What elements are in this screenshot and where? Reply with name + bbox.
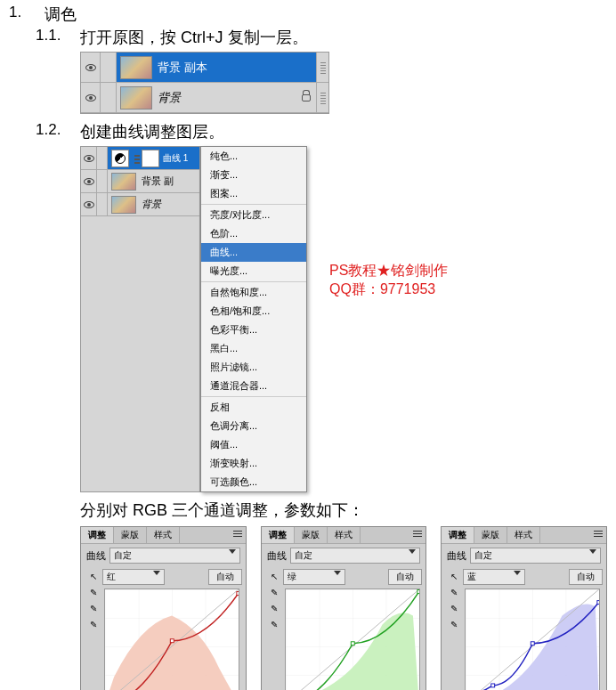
- step-text: 分别对 RGB 三个通道调整，参数如下：: [80, 499, 607, 521]
- channel-select[interactable]: 蓝: [463, 569, 525, 585]
- curves-panel-blue: 调整 蒙版 样式 曲线 自定 ↖ ✎ ✎ ✎ 蓝 自动: [441, 526, 607, 690]
- eyedropper-white[interactable]: ✎: [86, 617, 101, 631]
- tab-style[interactable]: 样式: [147, 527, 180, 543]
- visibility-icon[interactable]: [85, 94, 96, 101]
- hamburger-icon: [413, 530, 422, 537]
- eyedropper-white[interactable]: ✎: [447, 617, 461, 631]
- layer-thumb: [120, 56, 152, 79]
- menu-item[interactable]: 亮度/对比度...: [201, 206, 306, 224]
- svg-rect-8: [351, 642, 354, 645]
- eyedropper-black[interactable]: ✎: [447, 585, 461, 599]
- menu-item[interactable]: 渐变映射...: [201, 454, 306, 473]
- layers-panel: 背景 副本 背景: [80, 52, 329, 114]
- menu-separator: [201, 396, 306, 397]
- layer-row-bg[interactable]: 背景: [81, 83, 328, 113]
- menu-item[interactable]: 色彩平衡...: [201, 321, 306, 339]
- menu-item[interactable]: 曲线...: [201, 243, 306, 262]
- layer-row-copy[interactable]: 背景 副本: [81, 53, 328, 83]
- layer-thumb: [111, 196, 136, 214]
- visibility-icon[interactable]: [84, 201, 94, 208]
- svg-rect-9: [417, 590, 419, 594]
- menu-item[interactable]: 反相: [201, 398, 306, 417]
- layer-name: 背景: [158, 90, 302, 106]
- layer-row[interactable]: 背景: [81, 193, 199, 216]
- on-image-tool[interactable]: ↖: [447, 569, 461, 583]
- layer-row[interactable]: 背景 副: [81, 170, 199, 193]
- layer-name: 曲线 1: [163, 152, 199, 165]
- eyedropper-white[interactable]: ✎: [267, 617, 281, 631]
- menu-item[interactable]: 色调分离...: [201, 417, 306, 435]
- svg-rect-3: [170, 639, 174, 643]
- tab-adjust[interactable]: 调整: [262, 527, 295, 543]
- eyedropper-black[interactable]: ✎: [267, 585, 281, 599]
- menu-item[interactable]: 图案...: [201, 184, 306, 203]
- tab-style[interactable]: 样式: [507, 527, 540, 543]
- watermark-text: PS教程★铭剑制作 QQ群：9771953: [329, 262, 448, 299]
- menu-item[interactable]: 黑白...: [201, 339, 306, 358]
- tab-adjust[interactable]: 调整: [81, 527, 114, 543]
- menu-item[interactable]: 曝光度...: [201, 262, 306, 280]
- curves-graph[interactable]: [285, 589, 420, 690]
- eyedropper-gray[interactable]: ✎: [86, 601, 101, 615]
- eyedropper-black[interactable]: ✎: [86, 585, 101, 599]
- curves-graph[interactable]: [465, 589, 600, 690]
- section-title: 调色: [45, 4, 77, 25]
- menu-item[interactable]: 通道混合器...: [201, 377, 306, 395]
- menu-item[interactable]: 可选颜色...: [201, 473, 306, 491]
- tab-style[interactable]: 样式: [328, 527, 361, 543]
- auto-button[interactable]: 自动: [388, 569, 422, 585]
- on-image-tool[interactable]: ↖: [267, 569, 281, 583]
- preset-select[interactable]: 自定: [290, 548, 421, 564]
- chevron-down-icon: [229, 549, 236, 554]
- chevron-down-icon: [334, 571, 341, 575]
- step-text: 打开原图，按 Ctrl+J 复制一层。: [80, 27, 308, 48]
- menu-item[interactable]: 照片滤镜...: [201, 358, 306, 377]
- menu-separator: [201, 281, 306, 282]
- menu-separator: [201, 204, 306, 205]
- preset-label: 曲线: [447, 549, 466, 563]
- visibility-icon[interactable]: [84, 178, 94, 185]
- auto-button[interactable]: 自动: [208, 569, 242, 585]
- layers-panel-small: 曲线 1 背景 副 背景: [80, 146, 200, 492]
- chevron-down-icon: [514, 571, 521, 575]
- hamburger-icon: [233, 530, 242, 537]
- on-image-tool[interactable]: ↖: [86, 569, 101, 583]
- visibility-icon[interactable]: [84, 155, 94, 162]
- layer-thumb: [120, 86, 152, 110]
- layer-row-curves[interactable]: 曲线 1: [81, 147, 199, 170]
- menu-item[interactable]: 渐变...: [201, 166, 306, 184]
- tab-mask[interactable]: 蒙版: [474, 527, 507, 543]
- menu-item[interactable]: 自然饱和度...: [201, 283, 306, 302]
- preset-label: 曲线: [86, 549, 106, 563]
- menu-item[interactable]: 色阶...: [201, 224, 306, 243]
- svg-rect-15: [597, 601, 599, 605]
- channel-select[interactable]: 红: [102, 569, 165, 585]
- preset-select[interactable]: 自定: [109, 548, 240, 564]
- curves-panel-red: 调整 蒙版 样式 曲线 自定 ↖ ✎ ✎ ✎ 红 自动: [80, 526, 247, 690]
- tab-adjust[interactable]: 调整: [442, 527, 474, 543]
- adjustment-layer-menu: 纯色...渐变...图案...亮度/对比度...色阶...曲线...曝光度...…: [200, 146, 307, 492]
- hamburger-icon: [594, 530, 603, 537]
- curves-graph[interactable]: [104, 589, 239, 690]
- link-icon: [134, 153, 140, 164]
- panel-menu-button[interactable]: [590, 527, 606, 543]
- tab-mask[interactable]: 蒙版: [295, 527, 328, 543]
- eyedropper-gray[interactable]: ✎: [447, 601, 461, 615]
- section-number: 1.: [9, 4, 45, 25]
- menu-item[interactable]: 阈值...: [201, 435, 306, 454]
- mask-thumb: [142, 150, 159, 167]
- preset-label: 曲线: [267, 549, 287, 563]
- tab-mask[interactable]: 蒙版: [114, 527, 147, 543]
- eyedropper-gray[interactable]: ✎: [267, 601, 281, 615]
- menu-item[interactable]: 纯色...: [201, 147, 306, 166]
- channel-select[interactable]: 绿: [283, 569, 345, 585]
- chevron-down-icon: [589, 549, 596, 554]
- auto-button[interactable]: 自动: [569, 569, 603, 585]
- menu-item[interactable]: 色相/饱和度...: [201, 302, 306, 321]
- panel-menu-button[interactable]: [230, 527, 246, 543]
- panel-menu-button[interactable]: [409, 527, 426, 543]
- preset-select[interactable]: 自定: [470, 548, 601, 564]
- layer-name: 背景: [142, 198, 199, 211]
- svg-rect-13: [491, 684, 495, 687]
- visibility-icon[interactable]: [85, 64, 96, 71]
